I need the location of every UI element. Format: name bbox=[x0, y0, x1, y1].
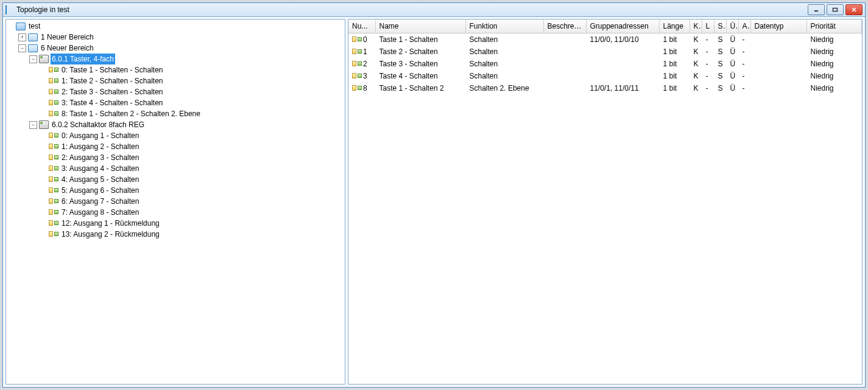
tree-area-1[interactable]: + 1 Neuer Bereich bbox=[17, 32, 345, 43]
col-ue[interactable]: Ü bbox=[726, 19, 738, 33]
col-l[interactable]: L bbox=[702, 19, 714, 33]
tree-comobject[interactable]: 12: Ausgang 1 - Rückmeldung bbox=[39, 218, 345, 229]
col-gruppen[interactable]: Gruppenadressen bbox=[586, 19, 659, 33]
tree-comobject[interactable]: 13: Ausgang 2 - Rückmeldung bbox=[39, 229, 345, 240]
tree-comobject[interactable]: 3: Taste 4 - Schalten - Schalten bbox=[39, 97, 345, 108]
col-beschreib[interactable]: Beschreib... bbox=[543, 19, 586, 33]
table-header-row[interactable]: Nu... Name Funktion Beschreib... Gruppen… bbox=[348, 19, 862, 33]
minimize-button[interactable] bbox=[808, 4, 825, 15]
tree-label: 1: Ausgang 2 - Schalten bbox=[60, 141, 140, 152]
col-prioritaet[interactable]: Priorität bbox=[806, 19, 862, 33]
comobject-icon bbox=[49, 99, 58, 107]
table-row[interactable]: 1Taste 2 - SchaltenSchalten1 bitK-SÜ-Nie… bbox=[348, 46, 862, 58]
cell-gruppen: 11/0/0, 11/0/10 bbox=[586, 33, 659, 46]
col-datentyp[interactable]: Datentyp bbox=[750, 19, 806, 33]
cell-a: - bbox=[738, 82, 750, 94]
tree-device-602[interactable]: − 6.0.2 Schaltaktor 8fach REG bbox=[28, 119, 345, 130]
svg-rect-1 bbox=[833, 9, 838, 12]
comobject-icon bbox=[49, 175, 58, 184]
cell-s: S bbox=[714, 70, 726, 82]
table-row[interactable]: 3Taste 4 - SchaltenSchalten1 bitK-SÜ-Nie… bbox=[348, 70, 862, 82]
comobject-icon bbox=[49, 186, 58, 195]
comobject-icon bbox=[49, 77, 58, 85]
cell-prio: Niedrig bbox=[806, 58, 862, 70]
col-s[interactable]: S bbox=[714, 19, 726, 33]
tree-area-6[interactable]: − 6 Neuer Bereich bbox=[17, 43, 345, 54]
cell-funktion: Schalten bbox=[465, 70, 543, 82]
tree-comobject[interactable]: 0: Ausgang 1 - Schalten bbox=[39, 130, 345, 141]
cell-k: K bbox=[690, 46, 702, 58]
comobject-icon bbox=[49, 131, 58, 140]
table-row[interactable]: 0Taste 1 - SchaltenSchalten11/0/0, 11/0/… bbox=[348, 33, 862, 46]
expander-icon[interactable]: − bbox=[18, 44, 26, 52]
cell-ue: Ü bbox=[726, 70, 738, 82]
tree-device-601[interactable]: − 6.0.1 Taster, 4-fach bbox=[28, 54, 345, 64]
tree-comobject[interactable]: 6: Ausgang 7 - Schalten bbox=[39, 196, 345, 207]
tree-label-selected: 6.0.1 Taster, 4-fach bbox=[51, 54, 115, 64]
tree-label: 6 Neuer Bereich bbox=[40, 43, 95, 54]
tree-root[interactable]: test bbox=[6, 21, 345, 32]
object-table[interactable]: Nu... Name Funktion Beschreib... Gruppen… bbox=[348, 19, 862, 94]
maximize-button[interactable] bbox=[827, 4, 844, 15]
cell-s: S bbox=[714, 58, 726, 70]
comobject-icon bbox=[49, 66, 58, 74]
tree-label: 4: Ausgang 5 - Schalten bbox=[60, 174, 140, 185]
expander-icon[interactable]: − bbox=[29, 55, 37, 63]
project-icon bbox=[16, 22, 26, 30]
cell-num: 8 bbox=[363, 84, 367, 92]
cell-gruppen bbox=[586, 58, 659, 70]
tree-comobject[interactable]: 7: Ausgang 8 - Schalten bbox=[39, 207, 345, 218]
tree-comobject[interactable]: 8: Taste 1 - Schalten 2 - Schalten 2. Eb… bbox=[39, 108, 345, 119]
tree-label: test bbox=[27, 21, 41, 32]
cell-name: Taste 4 - Schalten bbox=[375, 70, 465, 82]
table-row[interactable]: 2Taste 3 - SchaltenSchalten1 bitK-SÜ-Nie… bbox=[348, 58, 862, 70]
tree-comobject[interactable]: 2: Taste 3 - Schalten - Schalten bbox=[39, 86, 345, 97]
tree-comobject[interactable]: 5: Ausgang 6 - Schalten bbox=[39, 185, 345, 196]
cell-name: Taste 1 - Schalten bbox=[375, 33, 465, 46]
cell-a: - bbox=[738, 33, 750, 46]
col-a[interactable]: A bbox=[738, 19, 750, 33]
title-bar[interactable]: Topologie in test bbox=[3, 3, 865, 17]
col-name[interactable]: Name bbox=[375, 19, 465, 33]
close-button[interactable] bbox=[845, 4, 863, 15]
cell-k: K bbox=[690, 70, 702, 82]
comobject-icon bbox=[49, 110, 58, 118]
tree-comobject[interactable]: 2: Ausgang 3 - Schalten bbox=[39, 152, 345, 163]
cell-l: - bbox=[702, 33, 714, 46]
grid-pane[interactable]: Nu... Name Funktion Beschreib... Gruppen… bbox=[348, 19, 863, 385]
cell-gruppen bbox=[586, 46, 659, 58]
cell-ue: Ü bbox=[726, 46, 738, 58]
col-k[interactable]: K bbox=[690, 19, 702, 33]
cell-beschreib bbox=[543, 58, 586, 70]
tree-label: 0: Taste 1 - Schalten - Schalten bbox=[60, 64, 164, 75]
comobject-icon bbox=[352, 60, 362, 68]
comobject-icon bbox=[352, 72, 362, 80]
tree-comobject[interactable]: 0: Taste 1 - Schalten - Schalten bbox=[39, 64, 345, 75]
cell-laenge: 1 bit bbox=[659, 58, 690, 70]
col-nummer[interactable]: Nu... bbox=[348, 19, 375, 33]
cell-a: - bbox=[738, 70, 750, 82]
cell-datentyp bbox=[750, 58, 806, 70]
expander-icon[interactable]: − bbox=[29, 121, 37, 129]
tree-label: 2: Taste 3 - Schalten - Schalten bbox=[60, 86, 164, 97]
tree-label: 5: Ausgang 6 - Schalten bbox=[60, 185, 140, 196]
comobject-icon bbox=[352, 85, 362, 92]
tree-comobject[interactable]: 1: Taste 2 - Schalten - Schalten bbox=[39, 75, 345, 86]
cell-prio: Niedrig bbox=[806, 46, 862, 58]
table-row[interactable]: 8Taste 1 - Schalten 2Schalten 2. Ebene11… bbox=[348, 82, 862, 94]
cell-datentyp bbox=[750, 82, 806, 94]
expander-icon[interactable]: + bbox=[18, 33, 26, 41]
tree-comobject[interactable]: 1: Ausgang 2 - Schalten bbox=[39, 141, 345, 152]
tree-label: 1: Taste 2 - Schalten - Schalten bbox=[60, 75, 164, 86]
tree-pane[interactable]: test + 1 Neuer Bereich − bbox=[5, 19, 345, 385]
col-laenge[interactable]: Länge bbox=[659, 19, 690, 33]
cell-prio: Niedrig bbox=[806, 70, 862, 82]
cell-l: - bbox=[702, 82, 714, 94]
cell-name: Taste 3 - Schalten bbox=[375, 58, 465, 70]
col-funktion[interactable]: Funktion bbox=[465, 19, 543, 33]
cell-a: - bbox=[738, 58, 750, 70]
tree-comobject[interactable]: 4: Ausgang 5 - Schalten bbox=[39, 174, 345, 185]
cell-ue: Ü bbox=[726, 82, 738, 94]
tree-label: 2: Ausgang 3 - Schalten bbox=[60, 152, 140, 163]
tree-comobject[interactable]: 3: Ausgang 4 - Schalten bbox=[39, 163, 345, 174]
